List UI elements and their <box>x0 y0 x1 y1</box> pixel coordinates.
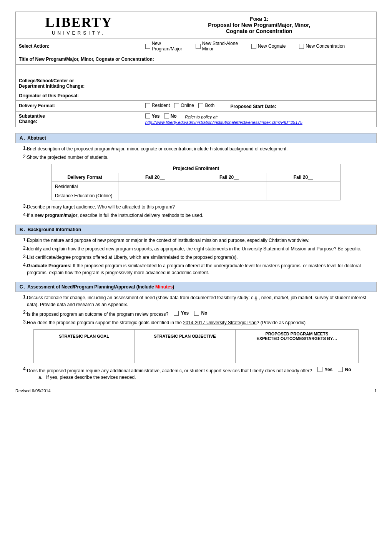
new-standalone-minor-option[interactable]: New Stand-AloneMinor <box>196 41 238 52</box>
c2-yes-group: Yes <box>174 310 189 317</box>
section-c-item1: 1. Discuss rationale for change, includi… <box>15 294 377 308</box>
both-option[interactable]: Both <box>198 103 214 108</box>
enrollment-cell[interactable] <box>266 191 341 200</box>
strategic-plan-link: 2014-2017 University Strategic Plan <box>183 320 256 325</box>
c2-yes-label: Yes <box>181 310 189 317</box>
c2-yes-checkbox[interactable] <box>174 311 179 316</box>
new-cognate-label: New Cognate <box>258 43 286 49</box>
section-a-list: 1. Brief description of the proposed pro… <box>15 145 377 161</box>
substantive-no-checkbox[interactable] <box>164 113 169 118</box>
enrollment-cell[interactable] <box>118 191 192 200</box>
college-label: College/School/Center or Department Init… <box>16 76 142 91</box>
c4-sub-text: If yes, please describe the services nee… <box>46 375 136 380</box>
strategic-cell[interactable] <box>235 343 358 353</box>
college-label2: Department Initiating Change: <box>19 83 85 89</box>
action-row: Select Action: NewProgram/Major New Stan… <box>16 38 377 54</box>
section-c-item4: 4. Does the proposed program require any… <box>15 366 377 381</box>
section-a-letter: A <box>20 135 23 141</box>
strategic-row-1 <box>34 343 359 353</box>
college-label1: College/School/Center or <box>19 78 74 83</box>
resident-label: Resident <box>152 103 170 108</box>
new-program-checkbox[interactable] <box>145 44 150 49</box>
title-input-row <box>16 65 377 76</box>
logo-main: LIBERTY <box>20 14 138 30</box>
section-c-item2: 2. Is the proposed program an outcome of… <box>15 310 377 318</box>
item-text: If a new program/major, describe in full… <box>27 212 377 219</box>
c2-no-checkbox[interactable] <box>194 311 199 316</box>
substantive-no-label: No <box>171 113 177 119</box>
item-text: Describe primary target audience. Who wi… <box>27 203 377 210</box>
new-cognate-checkbox[interactable] <box>251 44 256 49</box>
college-input-cell[interactable] <box>142 76 376 91</box>
strategic-col-1: STRATEGIC PLAN OBJECTIVE <box>135 329 235 343</box>
section-b-item1: 1. Explain the nature and purpose of new… <box>15 237 377 244</box>
enrollment-cell: Residential <box>52 182 118 191</box>
section-b-title: Background Information <box>28 227 81 232</box>
section-a-item3: 3. Describe primary target audience. Who… <box>15 203 377 210</box>
both-label: Both <box>205 103 214 108</box>
section-b-item2: 2. Identify and explain how the proposed… <box>15 245 377 252</box>
substantive-content-cell: Yes No Refer to policy at: http://www.li… <box>142 111 376 127</box>
new-concentration-checkbox[interactable] <box>299 44 304 49</box>
substantive-row: Substantive Change: Yes No Refer to poli… <box>16 111 377 127</box>
substantive-no-option[interactable]: No <box>164 113 177 119</box>
c4-no-group: No <box>338 366 351 373</box>
new-concentration-label: New Concentration <box>306 43 345 49</box>
online-checkbox[interactable] <box>174 103 179 108</box>
item-text: Brief description of the proposed progra… <box>27 145 377 152</box>
substantive-link[interactable]: http://www.liberty.edu/administration/in… <box>145 120 302 125</box>
c4-sub-item: a. If yes, please describe the services … <box>27 375 136 380</box>
delivery-label: Delivery Format: <box>16 101 142 112</box>
enrollment-table: Projected Enrollment Delivery Format Fal… <box>51 164 341 200</box>
new-concentration-option[interactable]: New Concentration <box>299 43 345 49</box>
strategic-cell[interactable] <box>34 343 135 353</box>
c4-no-checkbox[interactable] <box>338 367 343 372</box>
section-b-item4: 4. Graduate Programs: If the proposed pr… <box>15 262 377 276</box>
college-input[interactable] <box>145 81 373 86</box>
section-b-list: 1. Explain the nature and purpose of new… <box>15 237 377 276</box>
strategic-cell[interactable] <box>235 353 358 363</box>
enrollment-cell[interactable] <box>192 182 266 191</box>
resident-option[interactable]: Resident <box>145 103 170 108</box>
c2-no-label: No <box>201 310 208 317</box>
title-input-cell[interactable] <box>16 65 377 76</box>
strategic-col-2: PROPOSED PROGRAM MEETSEXPECTED OUTCOMES/… <box>235 329 358 343</box>
logo-cell: LIBERTY UNIVERSITY. <box>16 12 142 38</box>
substantive-yes-option[interactable]: Yes <box>145 113 160 119</box>
section-c-letter: C <box>20 284 23 290</box>
strategic-cell[interactable] <box>135 353 235 363</box>
substantive-yes-checkbox[interactable] <box>145 113 150 118</box>
proposed-start-label: Proposed Start Date: <box>230 104 277 109</box>
c4-yes-checkbox[interactable] <box>317 367 322 372</box>
section-b-header: B. Background Information <box>15 225 377 235</box>
substantive-label2: Change: <box>19 119 37 124</box>
online-label: Online <box>181 103 194 108</box>
originator-input[interactable] <box>145 93 373 98</box>
new-standalone-minor-label: New Stand-AloneMinor <box>202 41 238 52</box>
enrollment-cell[interactable] <box>192 191 266 200</box>
resident-checkbox[interactable] <box>145 103 150 108</box>
enrollment-cell[interactable] <box>118 182 192 191</box>
section-a-header: A. Abstract <box>15 133 377 143</box>
section-b-item3: 3. List certificate/degree programs offe… <box>15 254 377 261</box>
footer-revised: Revised 6/05/2014 <box>15 388 51 393</box>
new-standalone-minor-checkbox[interactable] <box>196 44 201 49</box>
enrollment-cell[interactable] <box>266 182 341 191</box>
new-cognate-option[interactable]: New Cognate <box>251 43 286 49</box>
strategic-cell[interactable] <box>34 353 135 363</box>
strategic-cell[interactable] <box>135 343 235 353</box>
new-program-option[interactable]: NewProgram/Major <box>145 41 182 52</box>
item-num: 3. <box>15 203 27 209</box>
section-c-item4-list: 4. Does the proposed program require any… <box>15 366 377 381</box>
delivery-options-cell: Resident Online Both Proposed Start Date… <box>142 101 376 112</box>
section-a-item1: 1. Brief description of the proposed pro… <box>15 145 377 152</box>
section-a-item4: 4. If a new program/major, describe in f… <box>15 212 377 219</box>
section-a-dot: . <box>24 135 28 141</box>
title-input[interactable] <box>19 68 373 73</box>
item-num: 4. <box>15 212 27 217</box>
title-label: Title of New Program/Major, Minor, Cogna… <box>16 54 377 65</box>
originator-input-cell[interactable] <box>142 91 376 101</box>
both-checkbox[interactable] <box>198 103 203 108</box>
section-c-header: C. Assessment of Need/Program Planning/A… <box>15 282 377 292</box>
online-option[interactable]: Online <box>174 103 194 108</box>
